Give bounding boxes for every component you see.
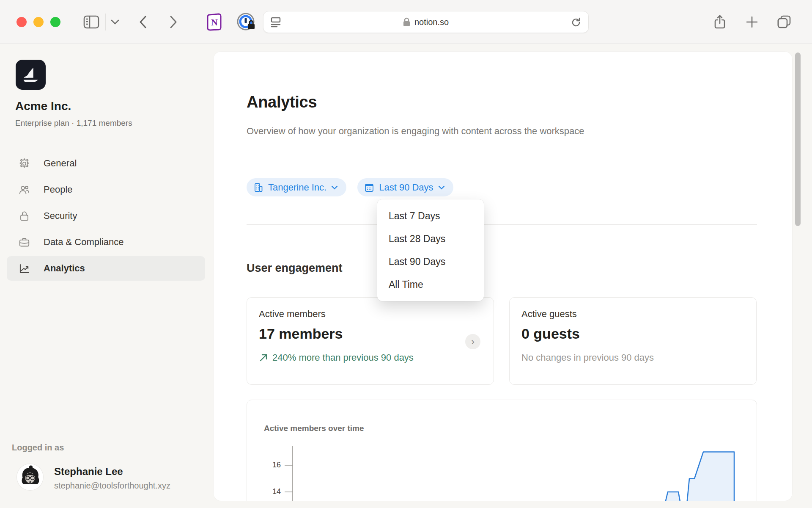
teamspace-filter-button[interactable]: Tangerine Inc. — [247, 178, 346, 196]
settings-sidebar: Acme Inc. Enterprise plan · 1,171 member… — [0, 44, 214, 508]
card-label: Active guests — [521, 309, 744, 320]
active-guests-card[interactable]: Active guests 0 guests No changes in pre… — [509, 297, 757, 385]
calendar-icon — [364, 182, 374, 193]
workspace-name: Acme Inc. — [15, 99, 71, 113]
card-value: 17 members — [259, 326, 482, 342]
url-text: notion.so — [414, 17, 449, 27]
card-drilldown-button[interactable]: › — [465, 334, 480, 349]
reader-view-icon[interactable] — [270, 17, 282, 28]
briefcase-icon — [19, 237, 30, 248]
sailboat-icon — [21, 65, 41, 85]
teamspace-filter-label: Tangerine Inc. — [268, 182, 326, 193]
lock-icon — [403, 17, 410, 27]
user-email: stephanie@toolsforthought.xyz — [54, 481, 170, 491]
sidebar-item-security[interactable]: Security — [7, 204, 205, 228]
onepassword-extension-icon — [236, 12, 256, 32]
chevron-right-icon: › — [471, 336, 475, 348]
trend-up-icon — [259, 353, 268, 362]
page-title: Analytics — [247, 93, 317, 111]
active-members-card[interactable]: Active members 17 members 240% more than… — [247, 297, 494, 385]
plus-icon — [746, 16, 758, 28]
date-range-filter-button[interactable]: Last 90 Days — [357, 178, 453, 196]
new-tab-button[interactable] — [743, 13, 761, 31]
chevron-down-icon — [331, 185, 338, 190]
workspace-logo — [16, 60, 46, 90]
forward-button[interactable] — [165, 13, 182, 31]
browser-toolbar: N notion.so — [0, 0, 812, 44]
user-name: Stephanie Lee — [54, 466, 123, 478]
share-button[interactable] — [710, 13, 729, 31]
chevron-down-icon — [111, 19, 119, 25]
section-divider — [247, 224, 757, 225]
sidebar-item-label: Data & Compliance — [44, 237, 124, 248]
sidebar-item-label: General — [44, 158, 77, 169]
address-bar[interactable]: notion.so — [263, 11, 589, 33]
avatar-illustration-icon — [17, 464, 43, 490]
avatar[interactable] — [17, 464, 43, 490]
card-delta-text: 240% more than previous 90 days — [272, 352, 414, 363]
sidebar-item-label: Security — [44, 210, 77, 221]
sidebar-item-data-compliance[interactable]: Data & Compliance — [7, 230, 205, 254]
sidebar-item-people[interactable]: People — [7, 177, 205, 202]
dropdown-option-last-90-days[interactable]: Last 90 Days — [377, 250, 484, 273]
page-description: Overview of how your organization is eng… — [247, 123, 653, 140]
window-zoom-button[interactable] — [50, 17, 60, 27]
sidebar-toggle-button[interactable] — [81, 13, 102, 31]
tab-overview-icon — [777, 15, 791, 29]
window-minimize-button[interactable] — [33, 17, 44, 27]
y-axis-tick-label: 16 — [255, 461, 281, 469]
notion-extension-button[interactable]: N — [204, 13, 224, 31]
card-value: 0 guests — [521, 326, 744, 342]
sidebar-nav: General People Security Data — [7, 151, 205, 282]
back-button[interactable] — [134, 13, 151, 31]
date-range-dropdown: Last 7 Days Last 28 Days Last 90 Days Al… — [377, 199, 484, 301]
toolbar-separator — [105, 14, 106, 30]
card-delta-text: No changes in previous 90 days — [521, 352, 654, 363]
dropdown-option-all-time[interactable]: All Time — [377, 273, 484, 296]
card-label: Active members — [259, 309, 482, 320]
window-close-button[interactable] — [16, 17, 27, 27]
back-icon — [139, 15, 147, 29]
page-scrollbar[interactable] — [795, 52, 801, 226]
analytics-panel: Analytics Overview of how your organizat… — [214, 52, 792, 501]
chart-title: Active members over time — [264, 424, 364, 433]
chevron-down-icon — [438, 185, 445, 190]
active-members-chart-card: Active members over time 16 14 — [247, 400, 757, 501]
svg-text:N: N — [211, 17, 218, 28]
sidebar-item-label: People — [44, 184, 73, 195]
forward-icon — [170, 15, 177, 29]
sidebar-item-general[interactable]: General — [7, 151, 205, 176]
refresh-icon[interactable] — [571, 17, 582, 28]
sidebar-item-label: Analytics — [44, 263, 85, 274]
gear-icon — [19, 158, 30, 169]
sidebar-toggle-icon — [83, 15, 99, 29]
people-icon — [19, 184, 30, 196]
onepassword-extension-button[interactable] — [235, 13, 257, 31]
y-axis-tick-label: 14 — [255, 487, 281, 496]
dropdown-option-last-7-days[interactable]: Last 7 Days — [377, 204, 484, 227]
sidebar-item-analytics[interactable]: Analytics — [7, 256, 205, 281]
dropdown-option-last-28-days[interactable]: Last 28 Days — [377, 227, 484, 250]
area-chart — [282, 442, 756, 501]
workspace-meta: Enterprise plan · 1,171 members — [15, 119, 132, 128]
chart-line-icon — [19, 263, 30, 274]
section-title: User engagement — [247, 262, 343, 275]
tab-group-menu-button[interactable] — [108, 13, 122, 31]
notion-extension-icon: N — [206, 13, 222, 31]
logged-in-as-label: Logged in as — [12, 443, 64, 453]
lock-icon — [19, 210, 30, 222]
share-icon — [714, 15, 726, 29]
building-icon — [253, 182, 263, 193]
date-range-filter-label: Last 90 Days — [379, 182, 433, 193]
tab-overview-button[interactable] — [775, 13, 793, 31]
